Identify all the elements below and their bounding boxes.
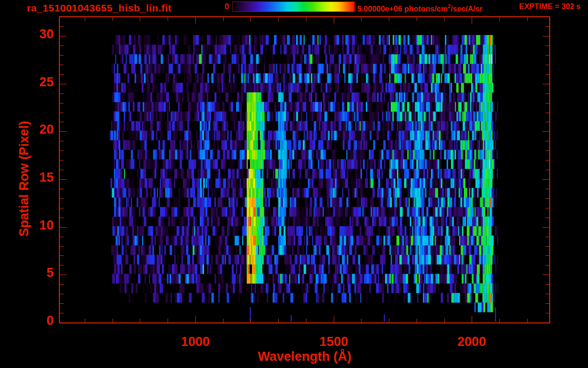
colorbar-max-label-superscript: 2 [448,3,451,9]
colorbar-min-label: 0 [211,2,229,12]
x-axis-title: Wavelength (Å) [233,350,376,363]
idl-plot-window: ra_151001043655_hisb_lin.fit 0 5.00000e+… [0,0,588,368]
colorbar-max-label: 5.00000e+06 photons/cm2/sec/A/sr [357,2,483,14]
y-tick-label: 5 [26,266,54,279]
x-tick-label: 1500 [305,335,362,348]
plot-frame [59,16,550,323]
colorbar-gradient [232,1,355,12]
y-tick-label: 0 [26,314,54,327]
y-tick-label: 25 [26,76,54,89]
y-tick-label: 30 [26,28,54,41]
exptime-label: EXPTIME = 302 s [519,2,581,12]
colorbar-max-label-prefix: 5.00000e+06 photons/cm [357,5,448,13]
x-tick-label: 2000 [443,335,500,348]
colorbar-max-label-suffix: /sec/A/sr [451,5,483,13]
x-tick-label: 1000 [167,335,224,348]
y-axis-title: Spatial Row (Pixel) [17,102,31,255]
plot-title: ra_151001043655_hisb_lin.fit [27,2,171,14]
